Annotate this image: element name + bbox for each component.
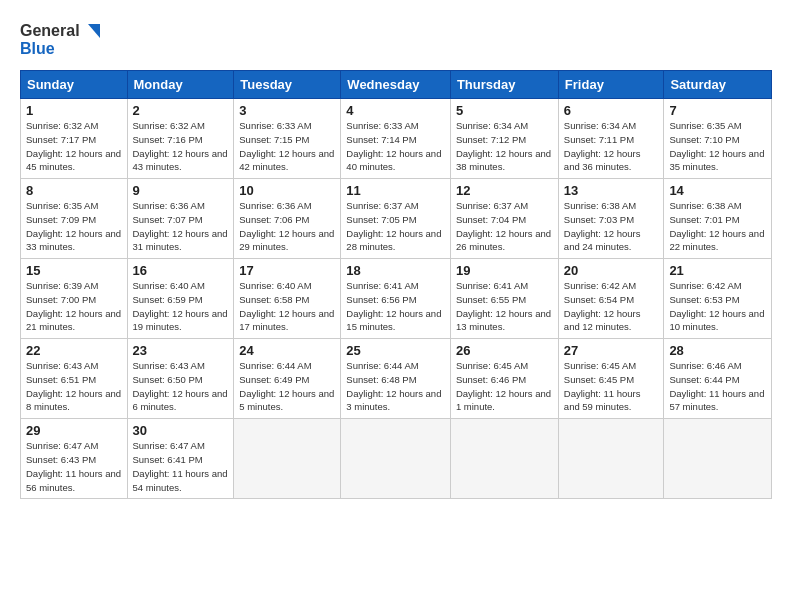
svg-text:Blue: Blue [20,40,55,57]
calendar-cell [450,419,558,499]
header: General Blue [20,16,772,60]
day-number: 22 [26,343,122,358]
day-header-saturday: Saturday [664,71,772,99]
day-info: Sunrise: 6:47 AMSunset: 6:43 PMDaylight:… [26,439,122,494]
day-number: 23 [133,343,229,358]
day-header-wednesday: Wednesday [341,71,451,99]
calendar-cell: 28Sunrise: 6:46 AMSunset: 6:44 PMDayligh… [664,339,772,419]
calendar-week-5: 29Sunrise: 6:47 AMSunset: 6:43 PMDayligh… [21,419,772,499]
calendar-cell: 2Sunrise: 6:32 AMSunset: 7:16 PMDaylight… [127,99,234,179]
day-number: 3 [239,103,335,118]
day-info: Sunrise: 6:34 AMSunset: 7:12 PMDaylight:… [456,119,553,174]
logo: General Blue [20,16,100,60]
calendar-cell: 13Sunrise: 6:38 AMSunset: 7:03 PMDayligh… [558,179,664,259]
calendar-cell: 25Sunrise: 6:44 AMSunset: 6:48 PMDayligh… [341,339,451,419]
day-number: 19 [456,263,553,278]
day-number: 4 [346,103,445,118]
calendar-cell: 29Sunrise: 6:47 AMSunset: 6:43 PMDayligh… [21,419,128,499]
day-info: Sunrise: 6:34 AMSunset: 7:11 PMDaylight:… [564,119,659,174]
calendar-week-2: 8Sunrise: 6:35 AMSunset: 7:09 PMDaylight… [21,179,772,259]
calendar-table: SundayMondayTuesdayWednesdayThursdayFrid… [20,70,772,499]
day-info: Sunrise: 6:43 AMSunset: 6:50 PMDaylight:… [133,359,229,414]
day-info: Sunrise: 6:40 AMSunset: 6:59 PMDaylight:… [133,279,229,334]
day-number: 12 [456,183,553,198]
svg-marker-2 [88,24,100,38]
calendar-cell: 20Sunrise: 6:42 AMSunset: 6:54 PMDayligh… [558,259,664,339]
calendar-cell: 30Sunrise: 6:47 AMSunset: 6:41 PMDayligh… [127,419,234,499]
day-info: Sunrise: 6:36 AMSunset: 7:06 PMDaylight:… [239,199,335,254]
day-info: Sunrise: 6:45 AMSunset: 6:45 PMDaylight:… [564,359,659,414]
day-info: Sunrise: 6:33 AMSunset: 7:15 PMDaylight:… [239,119,335,174]
calendar-week-1: 1Sunrise: 6:32 AMSunset: 7:17 PMDaylight… [21,99,772,179]
day-info: Sunrise: 6:45 AMSunset: 6:46 PMDaylight:… [456,359,553,414]
calendar-cell: 16Sunrise: 6:40 AMSunset: 6:59 PMDayligh… [127,259,234,339]
day-header-tuesday: Tuesday [234,71,341,99]
day-number: 7 [669,103,766,118]
day-number: 13 [564,183,659,198]
day-number: 5 [456,103,553,118]
day-number: 28 [669,343,766,358]
day-number: 15 [26,263,122,278]
calendar-cell: 14Sunrise: 6:38 AMSunset: 7:01 PMDayligh… [664,179,772,259]
day-info: Sunrise: 6:37 AMSunset: 7:04 PMDaylight:… [456,199,553,254]
day-number: 24 [239,343,335,358]
day-info: Sunrise: 6:42 AMSunset: 6:53 PMDaylight:… [669,279,766,334]
day-info: Sunrise: 6:36 AMSunset: 7:07 PMDaylight:… [133,199,229,254]
day-header-friday: Friday [558,71,664,99]
day-number: 26 [456,343,553,358]
day-number: 25 [346,343,445,358]
day-number: 16 [133,263,229,278]
calendar-week-4: 22Sunrise: 6:43 AMSunset: 6:51 PMDayligh… [21,339,772,419]
calendar-cell: 23Sunrise: 6:43 AMSunset: 6:50 PMDayligh… [127,339,234,419]
calendar-cell: 18Sunrise: 6:41 AMSunset: 6:56 PMDayligh… [341,259,451,339]
day-number: 30 [133,423,229,438]
calendar-header-row: SundayMondayTuesdayWednesdayThursdayFrid… [21,71,772,99]
day-info: Sunrise: 6:44 AMSunset: 6:48 PMDaylight:… [346,359,445,414]
calendar-cell: 19Sunrise: 6:41 AMSunset: 6:55 PMDayligh… [450,259,558,339]
day-header-monday: Monday [127,71,234,99]
day-number: 6 [564,103,659,118]
day-info: Sunrise: 6:40 AMSunset: 6:58 PMDaylight:… [239,279,335,334]
day-number: 17 [239,263,335,278]
calendar-cell [341,419,451,499]
calendar-cell: 26Sunrise: 6:45 AMSunset: 6:46 PMDayligh… [450,339,558,419]
day-info: Sunrise: 6:32 AMSunset: 7:16 PMDaylight:… [133,119,229,174]
day-info: Sunrise: 6:42 AMSunset: 6:54 PMDaylight:… [564,279,659,334]
calendar-cell: 22Sunrise: 6:43 AMSunset: 6:51 PMDayligh… [21,339,128,419]
day-info: Sunrise: 6:43 AMSunset: 6:51 PMDaylight:… [26,359,122,414]
day-info: Sunrise: 6:35 AMSunset: 7:09 PMDaylight:… [26,199,122,254]
day-number: 18 [346,263,445,278]
calendar-cell: 3Sunrise: 6:33 AMSunset: 7:15 PMDaylight… [234,99,341,179]
svg-text:General: General [20,22,80,39]
day-number: 27 [564,343,659,358]
day-number: 10 [239,183,335,198]
calendar-cell: 8Sunrise: 6:35 AMSunset: 7:09 PMDaylight… [21,179,128,259]
day-info: Sunrise: 6:37 AMSunset: 7:05 PMDaylight:… [346,199,445,254]
calendar-cell: 12Sunrise: 6:37 AMSunset: 7:04 PMDayligh… [450,179,558,259]
calendar-cell: 27Sunrise: 6:45 AMSunset: 6:45 PMDayligh… [558,339,664,419]
calendar-cell: 21Sunrise: 6:42 AMSunset: 6:53 PMDayligh… [664,259,772,339]
logo-icon: General Blue [20,16,100,60]
day-number: 2 [133,103,229,118]
day-info: Sunrise: 6:47 AMSunset: 6:41 PMDaylight:… [133,439,229,494]
calendar-cell: 9Sunrise: 6:36 AMSunset: 7:07 PMDaylight… [127,179,234,259]
day-info: Sunrise: 6:41 AMSunset: 6:56 PMDaylight:… [346,279,445,334]
day-number: 14 [669,183,766,198]
calendar-cell: 4Sunrise: 6:33 AMSunset: 7:14 PMDaylight… [341,99,451,179]
page: General Blue SundayMondayTuesdayWednesda… [0,0,792,612]
day-header-thursday: Thursday [450,71,558,99]
day-info: Sunrise: 6:39 AMSunset: 7:00 PMDaylight:… [26,279,122,334]
calendar-cell: 10Sunrise: 6:36 AMSunset: 7:06 PMDayligh… [234,179,341,259]
logo-text-block: General Blue [20,16,100,60]
day-info: Sunrise: 6:41 AMSunset: 6:55 PMDaylight:… [456,279,553,334]
day-number: 9 [133,183,229,198]
day-info: Sunrise: 6:44 AMSunset: 6:49 PMDaylight:… [239,359,335,414]
calendar-cell: 24Sunrise: 6:44 AMSunset: 6:49 PMDayligh… [234,339,341,419]
day-number: 8 [26,183,122,198]
calendar-cell: 17Sunrise: 6:40 AMSunset: 6:58 PMDayligh… [234,259,341,339]
day-info: Sunrise: 6:32 AMSunset: 7:17 PMDaylight:… [26,119,122,174]
day-header-sunday: Sunday [21,71,128,99]
day-info: Sunrise: 6:38 AMSunset: 7:01 PMDaylight:… [669,199,766,254]
calendar-cell: 7Sunrise: 6:35 AMSunset: 7:10 PMDaylight… [664,99,772,179]
day-number: 21 [669,263,766,278]
